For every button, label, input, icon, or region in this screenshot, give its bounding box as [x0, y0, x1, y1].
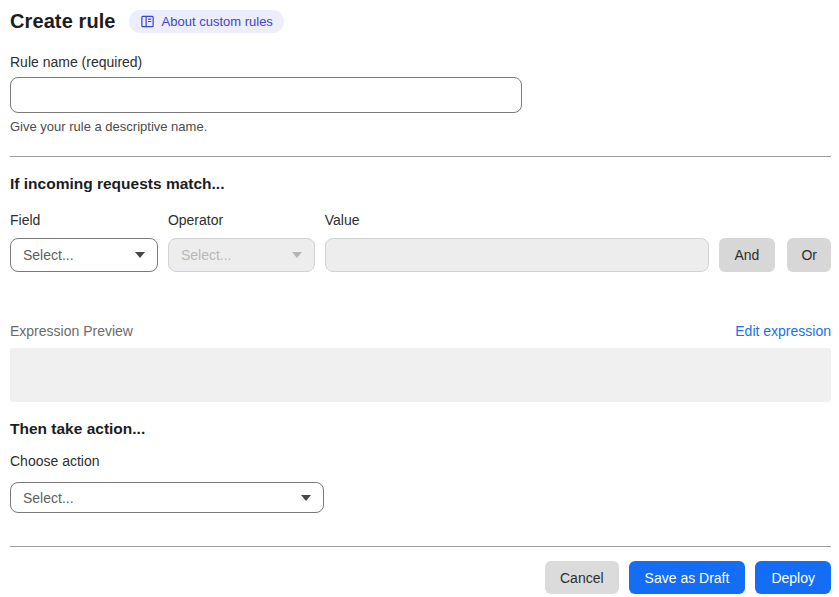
expression-preview-header: Expression Preview Edit expression [10, 323, 831, 339]
choose-action-label: Choose action [10, 453, 831, 469]
page-title: Create rule [10, 10, 116, 33]
operator-select: Select... [168, 238, 315, 272]
match-section-heading: If incoming requests match... [10, 175, 831, 193]
value-column: Value [325, 212, 709, 272]
or-button[interactable]: Or [787, 238, 831, 272]
page-header: Create rule About custom rules [10, 10, 831, 33]
field-select-value: Select... [23, 247, 74, 263]
operator-column: Operator Select... [168, 212, 315, 272]
field-select[interactable]: Select... [10, 238, 158, 272]
cancel-button[interactable]: Cancel [545, 561, 619, 594]
edit-expression-link[interactable]: Edit expression [735, 323, 831, 339]
value-label: Value [325, 212, 709, 228]
create-rule-page: Create rule About custom rules Rule name… [0, 0, 839, 594]
rule-name-label: Rule name (required) [10, 54, 831, 70]
chevron-down-icon [292, 252, 302, 258]
about-custom-rules-link[interactable]: About custom rules [129, 10, 284, 33]
footer-divider [10, 546, 831, 547]
field-column: Field Select... [10, 212, 158, 272]
and-button[interactable]: And [719, 238, 776, 272]
action-section-heading: Then take action... [10, 420, 831, 438]
section-divider [10, 156, 831, 157]
footer-actions: Cancel Save as Draft Deploy [10, 561, 831, 594]
book-icon [140, 14, 155, 29]
choose-action-select-value: Select... [23, 490, 74, 506]
field-label: Field [10, 212, 158, 228]
chevron-down-icon [301, 495, 311, 501]
value-input [325, 238, 709, 272]
operator-select-value: Select... [181, 247, 232, 263]
rule-name-helper-text: Give your rule a descriptive name. [10, 119, 831, 134]
save-as-draft-button[interactable]: Save as Draft [629, 561, 746, 594]
rule-name-input[interactable] [10, 77, 522, 113]
expression-preview-label: Expression Preview [10, 323, 133, 339]
choose-action-select[interactable]: Select... [10, 482, 324, 513]
chevron-down-icon [135, 252, 145, 258]
operator-label: Operator [168, 212, 315, 228]
deploy-button[interactable]: Deploy [755, 561, 831, 594]
about-custom-rules-label: About custom rules [162, 14, 273, 29]
match-condition-row: Field Select... Operator Select... Value… [10, 212, 831, 272]
expression-preview-box [10, 348, 831, 402]
